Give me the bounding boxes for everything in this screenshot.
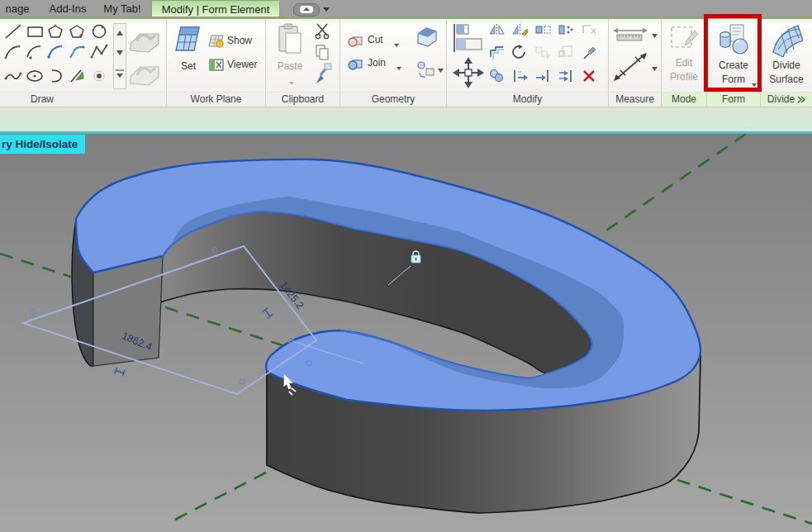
- panel-geometry-label-text: Geometry: [372, 93, 415, 105]
- join-dropdown-caret[interactable]: [395, 60, 401, 75]
- viewport-3d: 1862.4 1425.2 ry Hide/Isolate: [0, 134, 812, 532]
- center-ends-arc-tool-icon[interactable]: [27, 46, 40, 59]
- panel-measure-label[interactable]: Measure: [609, 92, 661, 107]
- paste-button[interactable]: Paste: [271, 21, 309, 90]
- scale-disabled-icon[interactable]: [559, 46, 572, 56]
- match-type-properties-icon[interactable]: [316, 64, 331, 83]
- rectangle-tool-icon[interactable]: [28, 27, 42, 36]
- divide-surface-label-line1: Divide: [762, 59, 810, 72]
- panel-clipboard: Paste Clipboard: [266, 19, 340, 107]
- viewer-button[interactable]: Viewer: [208, 57, 263, 74]
- ribbon-minimize-caret-icon[interactable]: [323, 7, 330, 12]
- set-work-plane-icon: [174, 24, 202, 55]
- set-work-plane-label: Set: [170, 60, 207, 73]
- panel-measure: Measure: [609, 19, 662, 107]
- divide-surface-button[interactable]: Divide Surface: [762, 21, 810, 90]
- set-work-plane-button[interactable]: Set: [170, 21, 207, 90]
- measure-diagonal-dropdown-caret[interactable]: [652, 67, 658, 71]
- pick-lines-tool-icon[interactable]: [71, 70, 83, 82]
- panel-clipboard-label[interactable]: Clipboard: [266, 92, 340, 107]
- panel-draw: Draw: [0, 19, 167, 107]
- geometry-right-icons: [413, 26, 444, 85]
- panel-geometry-label[interactable]: Geometry: [340, 92, 446, 107]
- cut-geometry-label: Cut: [368, 34, 383, 46]
- fillet-arc-tool-icon[interactable]: [70, 45, 85, 58]
- panel-draw-body: [0, 19, 166, 92]
- trim-extend-multiple-icon[interactable]: [559, 70, 571, 82]
- copy-icon[interactable]: [491, 70, 503, 82]
- panel-mode-label[interactable]: Mode: [662, 92, 706, 107]
- panel-modify-label[interactable]: Modify: [447, 92, 608, 107]
- array-radial-icon[interactable]: [559, 26, 572, 34]
- array-linear-icon[interactable]: [536, 26, 550, 33]
- paste-dropdown-caret: [287, 75, 294, 90]
- cut-to-clipboard-icon[interactable]: [316, 24, 328, 39]
- ribbon-minimize-button[interactable]: [293, 3, 320, 17]
- draw-surface-buttons[interactable]: [127, 22, 164, 88]
- panel-work-plane: Set Show Viewer Work Plane: [167, 19, 266, 107]
- ellipse-tool-icon[interactable]: [27, 71, 42, 81]
- panel-divide-expand-icon[interactable]: [797, 96, 805, 103]
- measure-dropdown-caret[interactable]: [652, 34, 658, 38]
- start-end-radius-arc-tool-icon[interactable]: [5, 45, 21, 59]
- edit-profile-button[interactable]: Edit Profile: [663, 21, 705, 90]
- tab-manage-label: nage: [6, 2, 30, 15]
- cut-geometry-icon: [347, 32, 363, 49]
- line-tool-icon[interactable]: [6, 25, 21, 39]
- rotate-icon[interactable]: [513, 45, 525, 58]
- surface-draw-icon[interactable]: [131, 34, 159, 52]
- panel-divide-label[interactable]: Divide: [761, 92, 812, 107]
- clipboard-small-buttons: [314, 22, 337, 90]
- show-work-plane-button[interactable]: Show: [208, 33, 263, 50]
- pin-icon[interactable]: [584, 47, 596, 59]
- temporary-hide-isolate-banner[interactable]: ry Hide/Isolate: [0, 135, 85, 154]
- tab-add-ins[interactable]: Add-Ins: [43, 0, 93, 17]
- measure-diagonal-icon[interactable]: [614, 53, 647, 81]
- trim-corner-disabled-icon[interactable]: [583, 26, 596, 33]
- ribbon-tab-bar: nage Add-Ins My Tab! Modify | Form Eleme…: [0, 0, 812, 17]
- tab-my-tab[interactable]: My Tab!: [99, 0, 145, 17]
- cut-dropdown-caret[interactable]: [392, 37, 399, 52]
- measure-between-references-icon[interactable]: [613, 28, 648, 40]
- trim-extend-single-icon[interactable]: [515, 70, 528, 82]
- draw-grid-scrollbar[interactable]: [113, 23, 126, 89]
- trim-extend-to-corner-icon[interactable]: [536, 70, 548, 82]
- panel-geometry: Cut Join: [340, 19, 447, 107]
- panel-draw-label-text: Draw: [31, 93, 54, 105]
- move-icon[interactable]: [453, 57, 484, 88]
- circle-tool-icon[interactable]: [93, 26, 106, 38]
- panel-divide-label-text: Divide: [767, 93, 795, 105]
- point-element-tool-icon[interactable]: [94, 71, 104, 81]
- offset-icon[interactable]: [491, 47, 504, 59]
- spline-tool-icon[interactable]: [91, 45, 108, 59]
- tab-my-tab-label: My Tab!: [103, 2, 140, 15]
- cut-geometry-button[interactable]: Cut: [347, 32, 406, 50]
- demolish-icon[interactable]: [418, 62, 434, 77]
- tangent-arc-tool-icon[interactable]: [47, 46, 62, 59]
- join-geometry-button[interactable]: Join: [347, 55, 406, 74]
- create-group-disabled-icon[interactable]: p: [536, 47, 550, 59]
- demolish-dropdown-caret[interactable]: [438, 69, 444, 73]
- spline-through-points-tool-icon[interactable]: [5, 73, 22, 80]
- panel-mode-label-text: Mode: [672, 93, 696, 105]
- mirror-pick-axis-icon[interactable]: [490, 24, 504, 36]
- tab-modify-form-element[interactable]: Modify | Form Element: [151, 0, 280, 17]
- revit-window: nage Add-Ins My Tab! Modify | Form Eleme…: [0, 0, 812, 532]
- wall-by-face-icon[interactable]: [418, 28, 436, 46]
- partial-ellipse-tool-icon[interactable]: [52, 70, 61, 82]
- tab-manage[interactable]: nage: [0, 0, 35, 17]
- surface-draw-icon-2[interactable]: [131, 67, 159, 85]
- inscribed-polygon-tool-icon[interactable]: [49, 24, 62, 37]
- panel-draw-label[interactable]: Draw: [0, 92, 166, 107]
- panel-work-plane-label[interactable]: Work Plane: [167, 92, 265, 107]
- delete-icon[interactable]: [584, 71, 594, 81]
- draw-tool-grid[interactable]: [3, 22, 112, 88]
- align-icon[interactable]: [454, 24, 482, 52]
- panel-form-label[interactable]: Form: [707, 92, 760, 107]
- copy-to-clipboard-icon[interactable]: [316, 45, 328, 59]
- show-work-plane-icon: [208, 33, 225, 50]
- mirror-draw-axis-icon[interactable]: [513, 24, 528, 36]
- panel-modify-label-text: Modify: [513, 93, 542, 105]
- modify-small-icons: p: [488, 22, 607, 90]
- circumscribed-polygon-tool-icon[interactable]: [70, 26, 83, 37]
